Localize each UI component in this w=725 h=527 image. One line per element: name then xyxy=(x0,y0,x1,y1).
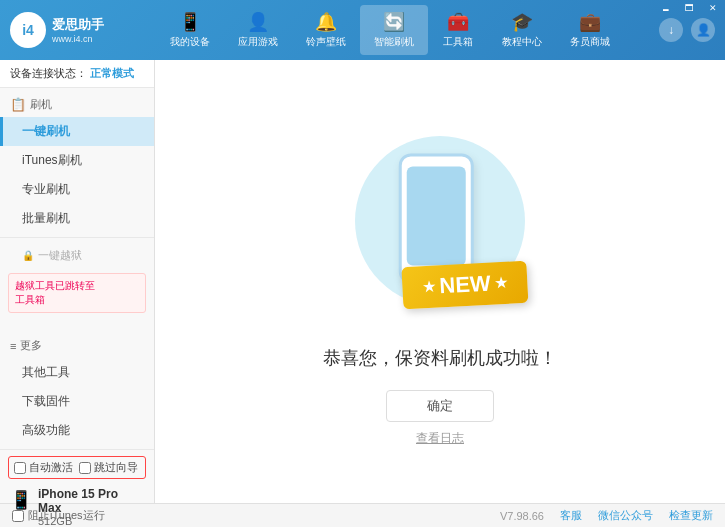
guide-activate-checkbox[interactable]: 跳过向导 xyxy=(79,460,138,475)
lock-icon: 🔒 xyxy=(22,250,34,261)
status-bar: 设备连接状态： 正常模式 xyxy=(0,60,154,88)
new-ribbon: ★ NEW ★ xyxy=(401,261,528,310)
tutorial-icon: 🎓 xyxy=(511,11,533,33)
auto-activate-checkbox[interactable]: 自动激活 xyxy=(14,460,73,475)
confirm-button[interactable]: 确定 xyxy=(386,390,494,422)
service-icon: 💼 xyxy=(579,11,601,33)
phone-screen xyxy=(407,166,466,265)
star-right-icon: ★ xyxy=(494,275,508,292)
sidebar-item-other-tools[interactable]: 其他工具 xyxy=(0,358,154,387)
header-right: ↓ 👤 xyxy=(659,18,715,42)
footer-right: V7.98.66 客服 微信公众号 检查更新 xyxy=(500,508,713,523)
ringtone-icon: 🔔 xyxy=(315,11,337,33)
content-area: ✦ ✦ ★ NEW ★ 恭喜您，保资料刷机成功啦！ 确定 查看日志 xyxy=(155,60,725,503)
close-button[interactable]: ✕ xyxy=(701,0,725,16)
sparkle-1-icon: ✦ xyxy=(360,126,372,142)
download-button[interactable]: ↓ xyxy=(659,18,683,42)
nav-apps-games[interactable]: 👤 应用游戏 xyxy=(224,5,292,55)
divider-1 xyxy=(0,237,154,238)
sidebar-item-batch-flash[interactable]: 批量刷机 xyxy=(0,204,154,233)
phone-illustration: ✦ ✦ ★ NEW ★ xyxy=(330,116,550,326)
logo-icon: i4 xyxy=(10,12,46,48)
auto-activate-row: 自动激活 跳过向导 xyxy=(8,456,146,479)
nav-tutorials[interactable]: 🎓 教程中心 xyxy=(488,5,556,55)
toolbox-icon: 🧰 xyxy=(447,11,469,33)
check-update-link[interactable]: 检查更新 xyxy=(669,508,713,523)
wechat-link[interactable]: 微信公众号 xyxy=(598,508,653,523)
new-badge: ★ NEW ★ xyxy=(402,264,527,306)
device-icon: 📱 xyxy=(179,11,201,33)
user-button[interactable]: 👤 xyxy=(691,18,715,42)
customer-service-link[interactable]: 客服 xyxy=(560,508,582,523)
version-label: V7.98.66 xyxy=(500,510,544,522)
sidebar-warning: 越狱工具已跳转至工具箱 xyxy=(8,273,146,313)
nav-ringtones[interactable]: 🔔 铃声壁纸 xyxy=(292,5,360,55)
flash-group-header: 📋 刷机 xyxy=(0,92,154,117)
auto-activate-input[interactable] xyxy=(14,462,26,474)
star-left-icon: ★ xyxy=(422,279,436,296)
window-controls: 🗕 🗖 ✕ xyxy=(653,0,725,16)
itunes-block-checkbox[interactable] xyxy=(12,510,24,522)
flash-section: 📋 刷机 一键刷机 iTunes刷机 专业刷机 批量刷机 🔒 一键越狱 越狱工具… xyxy=(0,88,154,321)
flash-icon: 🔄 xyxy=(383,11,405,33)
more-group-header: ≡ 更多 xyxy=(0,333,154,358)
header: i4 爱思助手 www.i4.cn 📱 我的设备 👤 应用游戏 🔔 铃声壁纸 🔄 xyxy=(0,0,725,60)
nav-smart-flash[interactable]: 🔄 智能刷机 xyxy=(360,5,428,55)
logo-area: i4 爱思助手 www.i4.cn xyxy=(10,12,120,48)
nav-my-device[interactable]: 📱 我的设备 xyxy=(156,5,224,55)
apps-icon: 👤 xyxy=(247,11,269,33)
sidebar-item-download-fw[interactable]: 下载固件 xyxy=(0,387,154,416)
success-title: 恭喜您，保资料刷机成功啦！ xyxy=(323,346,557,370)
sidebar-item-jailbreak: 🔒 一键越狱 xyxy=(0,242,154,269)
logo-text: 爱思助手 www.i4.cn xyxy=(52,16,104,44)
footer-left: 阻止iTunes运行 xyxy=(12,508,105,523)
sidebar-item-pro-flash[interactable]: 专业刷机 xyxy=(0,175,154,204)
sidebar: 设备连接状态： 正常模式 📋 刷机 一键刷机 iTunes刷机 专业刷机 批量刷… xyxy=(0,60,155,503)
guide-activate-input[interactable] xyxy=(79,462,91,474)
sidebar-item-itunes-flash[interactable]: iTunes刷机 xyxy=(0,146,154,175)
minimize-button[interactable]: 🗕 xyxy=(653,0,677,16)
main-layout: 设备连接状态： 正常模式 📋 刷机 一键刷机 iTunes刷机 专业刷机 批量刷… xyxy=(0,60,725,503)
nav-bar: 📱 我的设备 👤 应用游戏 🔔 铃声壁纸 🔄 智能刷机 🧰 工具箱 🎓 xyxy=(120,5,659,55)
nav-toolbox[interactable]: 🧰 工具箱 xyxy=(428,5,488,55)
view-log-link[interactable]: 查看日志 xyxy=(416,430,464,447)
flash-group-icon: 📋 xyxy=(10,97,26,112)
more-icon: ≡ xyxy=(10,340,16,352)
nav-service[interactable]: 💼 务员商城 xyxy=(556,5,624,55)
more-section: ≡ 更多 其他工具 下载固件 高级功能 xyxy=(0,329,154,449)
sidebar-item-advanced[interactable]: 高级功能 xyxy=(0,416,154,445)
sparkle-2-icon: ✦ xyxy=(503,131,515,147)
maximize-button[interactable]: 🗖 xyxy=(677,0,701,16)
sidebar-item-one-key-flash[interactable]: 一键刷机 xyxy=(0,117,154,146)
